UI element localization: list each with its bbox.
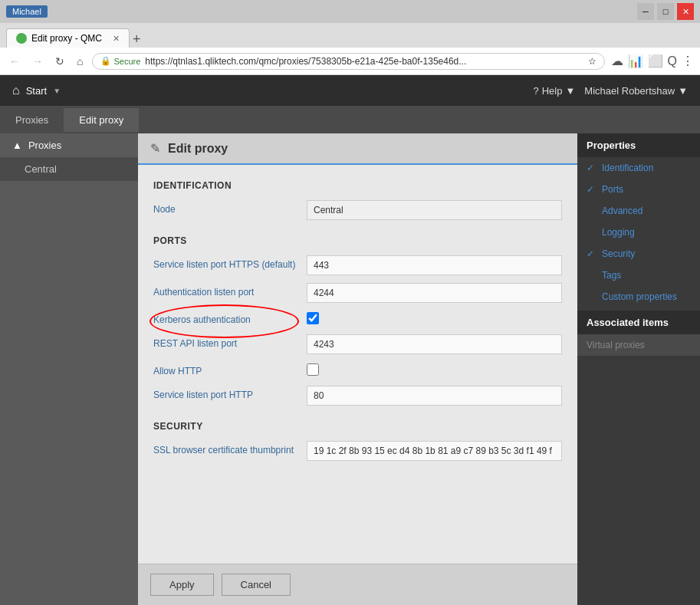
prop-security[interactable]: ✓ Security [577, 243, 700, 265]
service-http-row: Service listen port HTTP [153, 386, 562, 406]
minimize-button[interactable]: ─ [637, 3, 654, 20]
content-body: IDENTIFICATION Node PORTS Service listen… [138, 165, 577, 564]
kerberos-checkbox[interactable] [307, 312, 319, 324]
start-label[interactable]: Start [26, 85, 47, 97]
forward-button[interactable]: → [29, 54, 46, 69]
user-button[interactable]: Michael [6, 5, 48, 18]
service-http-label: Service listen port HTTP [153, 386, 307, 402]
allow-http-label: Allow HTTP [153, 362, 307, 378]
auth-listen-input[interactable] [307, 283, 562, 303]
sidebar: ▲ Proxies Central [0, 133, 138, 605]
home-button[interactable]: ⌂ [74, 54, 86, 69]
tab-close-button[interactable]: ✕ [113, 34, 120, 44]
content-footer: Apply Cancel [138, 564, 577, 605]
properties-panel: Properties ✓ Identification ✓ Ports ✓ Ad… [577, 133, 700, 605]
prop-ports-label: Ports [602, 184, 623, 195]
auth-listen-label: Authentication listen port [153, 283, 307, 299]
window-controls: ─ □ ✕ [637, 3, 694, 20]
new-tab-button[interactable]: + [133, 31, 141, 48]
page-title: Edit proxy [168, 142, 228, 156]
kerberos-control [307, 311, 562, 327]
node-input[interactable] [307, 200, 562, 220]
chevron-up-icon: ▲ [12, 140, 22, 151]
app-header-right: ? Help ▼ Michael Robertshaw ▼ [533, 85, 688, 97]
title-bar: Michael ─ □ ✕ [0, 0, 700, 23]
prop-advanced[interactable]: ✓ Advanced [577, 200, 700, 222]
browser-tab[interactable]: Edit proxy - QMC ✕ [6, 28, 130, 48]
address-input[interactable]: 🔒 Secure https://qtnlas1.qliktech.com/qm… [92, 53, 604, 70]
browser-chrome: Michael ─ □ ✕ Edit proxy - QMC ✕ + ← → ↻… [0, 0, 700, 75]
rest-api-control [307, 334, 562, 354]
assoc-virtual-proxies[interactable]: Virtual proxies [577, 334, 700, 356]
breadcrumb-proxies[interactable]: Proxies [0, 108, 64, 132]
cancel-button[interactable]: Cancel [222, 574, 291, 596]
back-button[interactable]: ← [6, 54, 23, 69]
start-dropdown-arrow[interactable]: ▼ [53, 87, 61, 95]
allow-http-checkbox[interactable] [307, 363, 319, 376]
node-label: Node [153, 200, 307, 216]
ssl-input[interactable] [307, 441, 562, 461]
maximize-button[interactable]: □ [657, 3, 674, 20]
ssl-label: SSL browser certificate thumbprint [153, 441, 307, 457]
sidebar-item-proxies[interactable]: ▲ Proxies [0, 133, 138, 157]
kerberos-label: Kerberos authentication [153, 311, 307, 327]
help-label: Help [542, 85, 563, 97]
app-container: ⌂ Start ▼ ? Help ▼ Michael Robertshaw ▼ … [0, 75, 700, 605]
prop-custom-label: Custom properties [602, 291, 677, 302]
breadcrumb-edit-proxy[interactable]: Edit proxy [64, 108, 139, 132]
lock-icon: 🔒 [100, 56, 111, 66]
url-text: https://qtnlas1.qliktech.com/qmc/proxies… [145, 56, 583, 67]
apply-button[interactable]: Apply [150, 574, 214, 596]
sidebar-proxies-label: Proxies [28, 140, 61, 151]
title-bar-left: Michael [6, 5, 48, 18]
prop-logging[interactable]: ✓ Logging [577, 222, 700, 243]
reload-button[interactable]: ↻ [52, 54, 67, 69]
prop-custom-properties[interactable]: ✓ Custom properties [577, 286, 700, 307]
main-content: ▲ Proxies Central ✎ Edit proxy IDENTIFIC… [0, 133, 700, 605]
user-name[interactable]: Michael Robertshaw ▼ [584, 85, 688, 97]
check-icon-ports: ✓ [587, 184, 597, 195]
node-row: Node [153, 200, 562, 220]
ports-header: PORTS [153, 235, 562, 246]
service-listen-label: Service listen port HTTPS (default) [153, 255, 307, 271]
ports-section: PORTS Service listen port HTTPS (default… [153, 235, 562, 406]
breadcrumb-nav: Proxies Edit proxy [0, 106, 700, 133]
home-icon: ⌂ [12, 84, 20, 97]
check-icon-security: ✓ [587, 248, 597, 259]
ssl-row: SSL browser certificate thumbprint [153, 441, 562, 461]
kerberos-row: Kerberos authentication [153, 311, 562, 327]
tab-bar: Edit proxy - QMC ✕ + [0, 23, 700, 48]
security-section: SECURITY SSL browser certificate thumbpr… [153, 421, 562, 461]
help-button[interactable]: ? Help ▼ [533, 85, 575, 97]
auth-listen-control [307, 283, 562, 303]
qlik-icon[interactable]: Q [668, 54, 677, 68]
rest-api-row: REST API listen port [153, 334, 562, 354]
content-header: ✎ Edit proxy [138, 133, 577, 165]
close-button[interactable]: ✕ [677, 3, 694, 20]
extensions-button[interactable]: ☁ [611, 54, 623, 68]
bookmark-button[interactable]: ⬜ [648, 54, 663, 68]
prop-ports[interactable]: ✓ Ports [577, 179, 700, 200]
star-icon[interactable]: ☆ [588, 56, 596, 67]
browser-actions: ☁ 📊 ⬜ Q ⋮ [611, 54, 694, 68]
service-http-input[interactable] [307, 386, 562, 406]
properties-header: Properties [577, 133, 700, 157]
associated-header: Associated items [577, 311, 700, 334]
bar-chart-icon[interactable]: 📊 [628, 54, 643, 68]
sidebar-item-central[interactable]: Central [0, 157, 138, 181]
prop-identification[interactable]: ✓ Identification [577, 157, 700, 179]
service-listen-row: Service listen port HTTPS (default) [153, 255, 562, 275]
identification-section: IDENTIFICATION Node [153, 180, 562, 220]
prop-tags[interactable]: ✓ Tags [577, 265, 700, 286]
node-control [307, 200, 562, 220]
identification-header: IDENTIFICATION [153, 180, 562, 191]
secure-badge: 🔒 Secure [100, 56, 140, 66]
service-listen-input[interactable] [307, 255, 562, 275]
prop-tags-label: Tags [602, 270, 621, 281]
prop-identification-label: Identification [602, 163, 653, 173]
service-http-control [307, 386, 562, 406]
app-header: ⌂ Start ▼ ? Help ▼ Michael Robertshaw ▼ [0, 75, 700, 106]
allow-http-control [307, 362, 562, 378]
rest-api-input[interactable] [307, 334, 562, 354]
menu-button[interactable]: ⋮ [682, 54, 694, 68]
